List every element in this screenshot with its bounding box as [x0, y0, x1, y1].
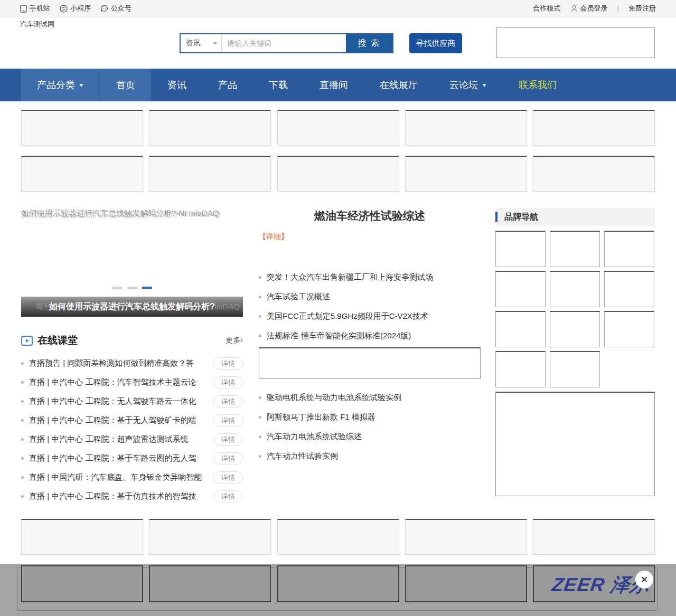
classroom-item-link[interactable]: 直播预告 | 间隙面差检测如何做到精准高效？答: [29, 358, 208, 368]
detail-button[interactable]: 详情: [213, 452, 243, 465]
bullet-icon: [259, 455, 261, 458]
list-item: 阿斯顿马丁推出新款 F1 模拟器: [259, 407, 481, 427]
classroom-more-link[interactable]: 更多›: [226, 336, 243, 345]
bullet-icon: [259, 335, 261, 337]
list-item: 突发！大众汽车出售新疆工厂和上海安亭测试场: [259, 268, 481, 287]
classroom-item-link[interactable]: 直播 | 中汽中心 工程院：无人驾驶车路云一体化: [29, 396, 208, 406]
ad-placeholder[interactable]: [149, 156, 271, 192]
cooperation-link[interactable]: 合作模式: [533, 4, 561, 13]
carousel-dot[interactable]: [112, 287, 123, 289]
ad-placeholder[interactable]: [277, 156, 399, 192]
carousel-caption[interactable]: 每秒采 lioDAQ 如何使用示波器进行汽车总线触发解码分析?: [21, 297, 243, 317]
detail-button[interactable]: 详情: [213, 471, 243, 484]
news-item-link[interactable]: 汽车动力电池系统试验综述: [267, 432, 362, 442]
site-logo[interactable]: 汽车测试网: [20, 20, 54, 29]
news-item-link[interactable]: 阿斯顿马丁推出新款 F1 模拟器: [267, 412, 375, 422]
site-header: 汽车测试网 资讯 搜 索 寻找供应商: [0, 17, 676, 69]
brand-nav-title: 品牌导航: [504, 212, 538, 223]
ad-placeholder[interactable]: [149, 110, 271, 146]
ad-placeholder[interactable]: [21, 110, 143, 146]
find-supplier-button[interactable]: 寻找供应商: [409, 33, 462, 53]
brand-logo-placeholder[interactable]: [495, 311, 546, 347]
news-item-link[interactable]: 驱动电机系统与动力电池系统试验实例: [267, 393, 401, 403]
news-headline[interactable]: 燃油车经济性试验综述: [259, 209, 481, 223]
classroom-item-link[interactable]: 直播 | 中汽中心 工程院：超声波雷达测试系统: [29, 434, 208, 444]
carousel-dot[interactable]: [127, 287, 137, 289]
nav-label: 首页: [116, 79, 135, 91]
member-login-link[interactable]: 会员登录: [570, 4, 608, 13]
bullet-icon: [21, 419, 24, 422]
classroom-item-link[interactable]: 直播 | 中汽中心 工程院：基于仿真技术的智驾技: [29, 491, 208, 501]
search-category-select[interactable]: 资讯: [181, 34, 222, 52]
classroom-header: 在线课堂 更多›: [21, 331, 243, 349]
free-register-link[interactable]: 免费注册: [628, 4, 656, 13]
search-input[interactable]: [222, 34, 346, 52]
news-list-top: 突发！大众汽车出售新疆工厂和上海安亭测试场 汽车试验工况概述 美国FCC正式划定…: [259, 268, 481, 346]
carousel-dot-active[interactable]: [142, 287, 152, 289]
news-item-link[interactable]: 突发！大众汽车出售新疆工厂和上海安亭测试场: [267, 272, 433, 282]
classroom-item-link[interactable]: 直播 | 中国汽研：汽车底盘、车身钣金类异响智能: [29, 472, 208, 482]
mini-program-link[interactable]: 小程序: [60, 4, 91, 13]
mobile-site-link[interactable]: 手机站: [20, 4, 50, 13]
ad-placeholder[interactable]: [21, 156, 143, 192]
search-button[interactable]: 搜 索: [346, 34, 392, 52]
ad-placeholder[interactable]: [533, 110, 655, 146]
ad-placeholder[interactable]: [277, 519, 399, 555]
brand-logo-placeholder[interactable]: [550, 351, 600, 387]
news-item-link[interactable]: 汽车试验工况概述: [267, 292, 330, 302]
brand-logo-placeholder[interactable]: [604, 271, 654, 307]
brand-logo-placeholder[interactable]: [550, 311, 600, 347]
ad-placeholder[interactable]: [149, 519, 271, 555]
brand-logo-placeholder[interactable]: [550, 271, 600, 307]
nav-cloud-forum[interactable]: 云论坛 ▼: [434, 69, 503, 101]
ad-placeholder[interactable]: [277, 110, 399, 146]
nav-online-hall[interactable]: 在线展厅: [364, 69, 434, 101]
close-icon[interactable]: ✕: [635, 571, 653, 589]
brand-logo-placeholder[interactable]: [604, 231, 654, 267]
brand-logo-placeholder[interactable]: [550, 231, 600, 267]
classroom-item-link[interactable]: 直播 | 中汽中心 工程院：基于车路云图的无人驾: [29, 453, 208, 463]
detail-button[interactable]: 详情: [213, 395, 243, 407]
brand-grid: [495, 231, 655, 387]
ad-placeholder[interactable]: [405, 110, 527, 146]
nav-products[interactable]: 产品: [202, 69, 253, 101]
news-item-link[interactable]: 法规标准-懂车帝智能化实测标准(2024版): [267, 331, 411, 341]
nav-contact-us[interactable]: 联系我们: [503, 69, 572, 101]
search-bar: 资讯 搜 索: [180, 33, 393, 53]
carousel-broken-image-alt: 如何使用示波器进行汽车总线触发解码分析?-NI mioDAQ: [21, 209, 243, 219]
brand-logo-placeholder[interactable]: [495, 271, 546, 307]
nav-product-categories[interactable]: 产品分类 ▼: [21, 69, 100, 101]
nav-home[interactable]: 首页: [100, 69, 151, 101]
ad-placeholder[interactable]: [405, 156, 527, 192]
nav-news[interactable]: 资讯: [152, 69, 202, 101]
news-detail-link[interactable]: 【详细】: [259, 232, 288, 242]
nav-label: 产品: [218, 79, 237, 91]
list-item: 直播 | 中汽中心 工程院：基于仿真技术的智驾技详情: [21, 487, 243, 506]
news-item-link[interactable]: 美国FCC正式划定5.9GHz频段用于C-V2X技术: [267, 311, 428, 321]
detail-button[interactable]: 详情: [213, 433, 243, 446]
brand-nav-header: 品牌导航: [495, 208, 655, 226]
nav-live-room[interactable]: 直播间: [304, 69, 364, 101]
brand-logo-placeholder[interactable]: [495, 231, 546, 267]
official-account-link[interactable]: 公众号: [100, 4, 132, 13]
search-category-value: 资讯: [186, 39, 201, 48]
brand-logo-placeholder[interactable]: [604, 311, 654, 347]
nav-downloads[interactable]: 下载: [253, 69, 304, 101]
ad-placeholder[interactable]: [533, 156, 655, 192]
bottom-ad-banner[interactable]: ZEER 泽尔 ✕: [0, 564, 676, 616]
detail-button[interactable]: 详情: [213, 414, 243, 427]
detail-button[interactable]: 详情: [213, 357, 243, 369]
detail-button[interactable]: 详情: [213, 376, 243, 388]
topbar-right: 合作模式 会员登录 | 免费注册: [533, 4, 656, 13]
bullet-icon: [259, 416, 261, 419]
brand-logo-placeholder[interactable]: [495, 351, 546, 387]
news-carousel[interactable]: 如何使用示波器进行汽车总线触发解码分析?-NI mioDAQ 如何使用示波器进行…: [21, 206, 243, 317]
detail-button[interactable]: 详情: [213, 490, 243, 503]
classroom-item-link[interactable]: 直播 | 中汽中心 工程院：基于无人驾驶矿卡的端: [29, 415, 208, 425]
ad-placeholder[interactable]: [533, 519, 655, 555]
ad-placeholder[interactable]: [21, 519, 143, 555]
ad-placeholder[interactable]: [405, 519, 527, 555]
news-item-link[interactable]: 汽车动力性试验实例: [267, 451, 338, 461]
nav-label: 直播间: [320, 79, 348, 91]
classroom-item-link[interactable]: 直播 | 中汽中心 工程院：汽车智驾技术主题云论: [29, 377, 208, 387]
